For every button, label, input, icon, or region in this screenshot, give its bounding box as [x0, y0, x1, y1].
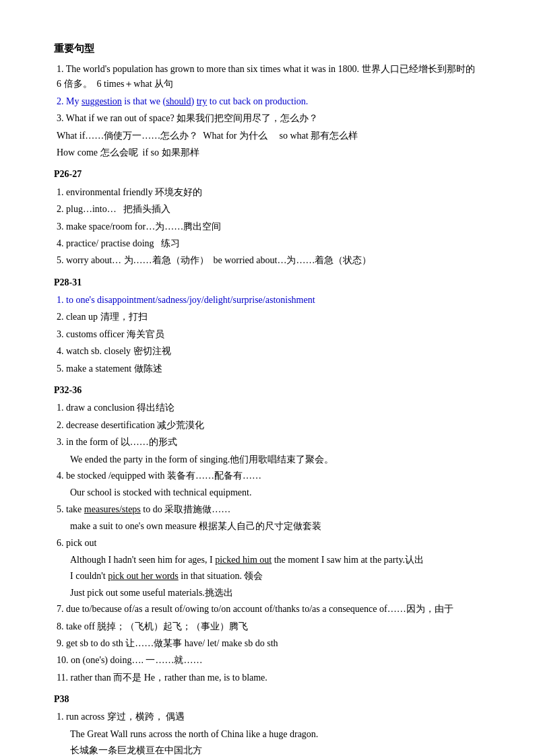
p2627-item2: 2. plug…into… 把插头插入 [54, 202, 481, 217]
item-3c: How come 怎么会呢 if so 如果那样 [54, 145, 481, 160]
p3236-item10: 10. on (one's) doing…. 一……就…… [54, 653, 481, 668]
item-3: 3. What if we ran out of space? 如果我们把空间用… [54, 111, 481, 126]
section-p2627: P26-27 1. environmental friendly 环境友好的 2… [54, 167, 481, 268]
p2831-item5: 5. make a statement 做陈述 [54, 362, 481, 376]
p3236-item3: 3. in the form of 以……的形式 [54, 435, 481, 450]
p3236-item6-sub2: I couldn't pick out her words in that si… [54, 569, 481, 584]
section-p3236: P32-36 1. draw a conclusion 得出结论 2. decr… [54, 383, 481, 685]
p38-item1-sub1: The Great Wall runs across the north of … [54, 727, 481, 742]
section-title-p38: P38 [54, 692, 481, 707]
section-title-p3236: P32-36 [54, 383, 481, 398]
p2627-item1: 1. environmental friendly 环境友好的 [54, 185, 481, 200]
intro-section: 1. The world's population has grown to m… [54, 62, 481, 160]
p3236-item11: 11. rather than 而不是 He，rather than me, i… [54, 671, 481, 685]
p3236-item4-sub: Our school is stocked with technical equ… [54, 485, 481, 500]
p3236-item4: 4. be stocked /equipped with 装备有……配备有…… [54, 469, 481, 483]
p2627-item3: 3. make space/room for…为……腾出空间 [54, 219, 481, 234]
item-2: 2. My suggestion is that we (should) try… [54, 94, 481, 109]
p38-item1-sub2: 长城象一条巨龙横亘在中国北方 [54, 743, 481, 756]
p3236-item2: 2. decrease desertification 减少荒漠化 [54, 418, 481, 433]
p2831-item4: 4. watch sb. closely 密切注视 [54, 344, 481, 359]
p2831-item2: 2. clean up 清理，打扫 [54, 310, 481, 324]
item-1: 1. The world's population has grown to m… [54, 62, 481, 92]
p3236-item3-sub: We ended the party in the form of singin… [54, 452, 481, 467]
page-content: 重要句型 1. The world's population has grown… [54, 40, 481, 756]
p3236-item9: 9. get sb to do sth 让……做某事 have/ let/ ma… [54, 636, 481, 651]
p2831-item1: 1. to one's disappointment/sadness/joy/d… [54, 293, 481, 308]
p38-item1: 1. run across 穿过，横跨， 偶遇 [54, 710, 481, 724]
p3236-item6-sub3: Just pick out some useful materials.挑选出 [54, 586, 481, 600]
section-title-p2627: P26-27 [54, 167, 481, 182]
p3236-item7: 7. due to/because of/as a result of/owin… [54, 602, 481, 617]
section-p2831: P28-31 1. to one's disappointment/sadnes… [54, 275, 481, 376]
item2-underline2: should [166, 96, 191, 106]
section-title-p2831: P28-31 [54, 275, 481, 290]
item2-underline3: try [197, 96, 208, 106]
p2831-item3: 3. customs officer 海关官员 [54, 327, 481, 342]
pickout-underline: pick out her words [108, 571, 179, 581]
page-title: 重要句型 [54, 40, 481, 57]
item-3b: What if……倘使万一……怎么办？ What for 为什么 so what… [54, 129, 481, 143]
measures-underline: measures/steps [84, 504, 141, 514]
p3236-item5-sub: make a suit to one's own measure 根据某人自己的… [54, 519, 481, 534]
section-p38: P38 1. run across 穿过，横跨， 偶遇 The Great Wa… [54, 692, 481, 756]
item2-underline1: suggestion [82, 96, 122, 106]
p3236-item6-sub1: Although I hadn't seen him for ages, I p… [54, 553, 481, 568]
p3236-item6: 6. pick out [54, 536, 481, 551]
p2627-item4: 4. practice/ practise doing 练习 [54, 236, 481, 251]
picked-underline: picked him out [215, 555, 272, 565]
p3236-item5: 5. take measures/steps to do 采取措施做…… [54, 502, 481, 517]
p3236-item1: 1. draw a conclusion 得出结论 [54, 401, 481, 415]
p2627-item5: 5. worry about… 为……着急（动作） be worried abo… [54, 253, 481, 268]
p3236-item8: 8. take off 脱掉；（飞机）起飞；（事业）腾飞 [54, 619, 481, 634]
